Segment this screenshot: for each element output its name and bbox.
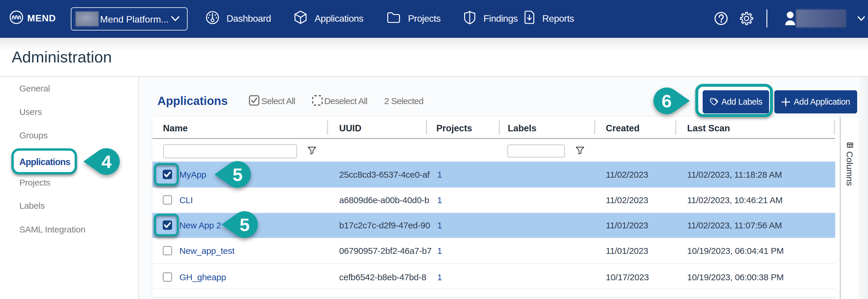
svg-text:5: 5: [232, 164, 243, 185]
svg-text:5: 5: [240, 215, 250, 235]
svg-text:4: 4: [101, 152, 112, 172]
svg-text:6: 6: [662, 91, 672, 111]
